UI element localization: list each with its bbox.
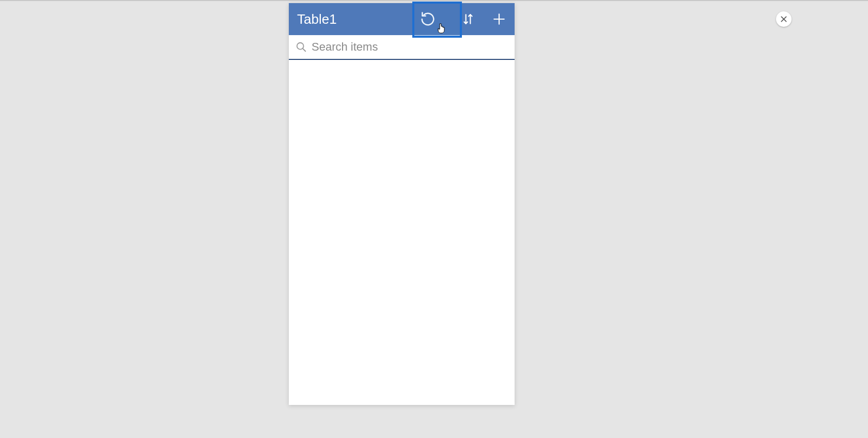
svg-line-5 [303,49,306,52]
search-row [289,35,515,60]
close-button[interactable] [776,11,792,27]
search-icon [294,41,308,53]
panel-body [289,60,515,405]
close-icon [780,15,788,23]
panel-title: Table1 [289,11,403,27]
search-input[interactable] [308,40,509,54]
sort-button[interactable] [453,3,484,35]
header-actions [403,3,515,35]
plus-icon [492,12,506,26]
table-panel: Table1 [289,3,515,405]
refresh-icon [420,11,436,27]
refresh-button[interactable] [403,3,453,35]
sort-icon [461,12,475,26]
add-button[interactable] [484,3,515,35]
panel-header: Table1 [289,3,515,35]
